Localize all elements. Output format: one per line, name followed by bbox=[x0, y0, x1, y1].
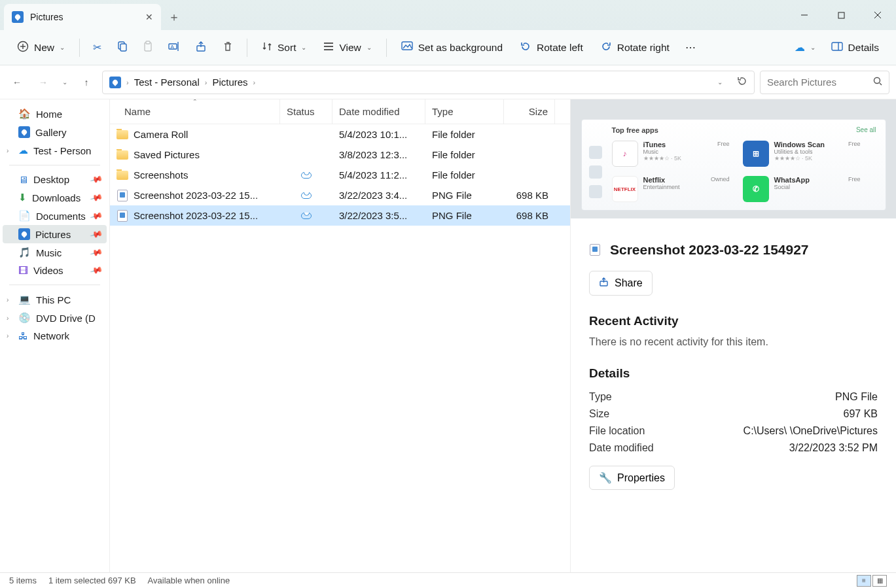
chevron-right-icon[interactable]: › bbox=[7, 332, 9, 339]
sidebar-item-network[interactable]: ›🖧Network bbox=[3, 327, 107, 345]
titlebar: Pictures ✕ ＋ bbox=[0, 0, 896, 30]
minimize-button[interactable] bbox=[786, 0, 823, 30]
file-date: 3/22/2023 3:5... bbox=[332, 210, 425, 221]
recent-activity-empty: There is no recent activity for this ite… bbox=[589, 336, 878, 348]
file-name: Screenshot 2023-03-22 15... bbox=[134, 190, 258, 201]
file-name: Saved Pictures bbox=[134, 149, 200, 160]
address-bar[interactable]: › Test - Personal › Pictures › ⌄ bbox=[102, 71, 755, 94]
location-icon bbox=[109, 77, 121, 88]
delete-button[interactable] bbox=[217, 37, 239, 59]
details-pane-button[interactable]: Details bbox=[825, 38, 886, 58]
gallery-icon bbox=[18, 126, 30, 138]
file-row[interactable]: Saved Pictures3/8/2023 12:3...File folde… bbox=[110, 145, 570, 165]
file-date: 3/22/2023 3:4... bbox=[332, 190, 425, 201]
refresh-button[interactable] bbox=[737, 76, 747, 88]
up-button[interactable]: ↑ bbox=[76, 72, 97, 93]
cut-button[interactable]: ✂ bbox=[88, 38, 107, 58]
column-type[interactable]: Type bbox=[425, 99, 504, 124]
copy-button[interactable] bbox=[111, 37, 133, 59]
sidebar-item-videos[interactable]: 🎞Videos📌 bbox=[3, 262, 107, 279]
column-size[interactable]: Size bbox=[504, 99, 555, 124]
column-status[interactable]: Status bbox=[280, 99, 332, 124]
rotate-left-icon bbox=[520, 41, 531, 55]
share-icon bbox=[196, 41, 207, 55]
rotate-right-label: Rotate right bbox=[617, 42, 670, 54]
sidebar-item-music[interactable]: 🎵Music📌 bbox=[3, 243, 107, 262]
sidebar-item-home[interactable]: 🏠Home bbox=[3, 105, 107, 123]
file-row[interactable]: Camera Roll5/4/2023 10:1...File folder bbox=[110, 124, 570, 145]
file-row[interactable]: Screenshots5/4/2023 11:2...File folder bbox=[110, 165, 570, 185]
video-icon: 🎞 bbox=[18, 265, 28, 276]
file-status bbox=[280, 172, 332, 179]
view-icons-toggle[interactable]: ▦ bbox=[872, 575, 887, 587]
sidebar-item-gallery[interactable]: Gallery bbox=[3, 123, 107, 141]
detail-row-location: File locationC:\Users\ \OneDrive\Picture… bbox=[589, 423, 878, 440]
sidebar-label: Gallery bbox=[35, 127, 67, 138]
new-button[interactable]: New ⌄ bbox=[10, 37, 71, 59]
svg-rect-8 bbox=[120, 44, 126, 51]
back-button[interactable]: ← bbox=[7, 72, 27, 93]
paste-button[interactable] bbox=[137, 37, 159, 59]
close-button[interactable] bbox=[859, 0, 896, 30]
status-item-count: 5 items bbox=[9, 576, 37, 585]
more-button[interactable]: ⋯ bbox=[680, 38, 701, 58]
divider bbox=[9, 285, 100, 285]
tab-close-icon[interactable]: ✕ bbox=[145, 12, 153, 22]
sidebar-item-dvd[interactable]: ›💿DVD Drive (D bbox=[3, 309, 107, 327]
pv: Utilities & tools bbox=[774, 148, 825, 155]
sidebar-label: This PC bbox=[36, 294, 71, 305]
status-bar: 5 items 1 item selected 697 KB Available… bbox=[0, 572, 896, 588]
sidebar-item-thispc[interactable]: ›💻This PC bbox=[3, 290, 107, 309]
recent-dropdown[interactable]: ⌄ bbox=[59, 72, 71, 93]
share-button[interactable]: Share bbox=[589, 271, 653, 296]
chevron-right-icon[interactable]: › bbox=[7, 296, 9, 303]
address-dropdown[interactable]: ⌄ bbox=[717, 78, 723, 86]
chevron-right-icon: › bbox=[126, 78, 129, 86]
chevron-right-icon[interactable]: › bbox=[7, 315, 9, 322]
v: 3/22/2023 3:52 PM bbox=[789, 442, 878, 454]
sidebar-label: Test - Person bbox=[33, 145, 91, 156]
share-button[interactable] bbox=[190, 37, 213, 59]
forward-button[interactable]: → bbox=[33, 72, 54, 93]
rotate-left-button[interactable]: Rotate left bbox=[513, 37, 590, 59]
search-box[interactable]: Search Pictures bbox=[760, 71, 889, 94]
pin-icon: 📌 bbox=[89, 228, 103, 241]
pv: Netflix bbox=[643, 176, 680, 184]
new-tab-button[interactable]: ＋ bbox=[161, 4, 187, 30]
sidebar-item-documents[interactable]: 📄Documents📌 bbox=[3, 207, 107, 225]
pv: ★★★★☆ · 5K bbox=[774, 155, 825, 162]
network-icon: 🖧 bbox=[18, 330, 28, 341]
rename-button[interactable]: A bbox=[163, 37, 187, 59]
v: 697 KB bbox=[844, 408, 878, 420]
view-button[interactable]: View ⌄ bbox=[317, 38, 378, 58]
file-type: File folder bbox=[425, 129, 504, 140]
properties-button[interactable]: 🔧 Properties bbox=[589, 466, 675, 490]
chevron-right-icon[interactable]: › bbox=[7, 147, 9, 154]
more-icon: ⋯ bbox=[685, 42, 696, 54]
file-row[interactable]: Screenshot 2023-03-22 15...3/22/2023 3:5… bbox=[110, 205, 570, 226]
sidebar-label: Pictures bbox=[35, 229, 71, 240]
file-name: Screenshots bbox=[134, 169, 188, 181]
column-name[interactable]: ⌃Name bbox=[110, 99, 280, 124]
set-background-button[interactable]: Set as background bbox=[395, 37, 509, 58]
view-label: View bbox=[339, 42, 361, 54]
sidebar-item-downloads[interactable]: ⬇Downloads📌 bbox=[3, 188, 107, 207]
rotate-right-button[interactable]: Rotate right bbox=[594, 37, 676, 59]
sidebar-item-desktop[interactable]: 🖥Desktop📌 bbox=[3, 171, 107, 188]
column-date[interactable]: Date modified bbox=[332, 99, 425, 124]
maximize-button[interactable] bbox=[823, 0, 859, 30]
share-icon bbox=[599, 277, 609, 290]
separator bbox=[247, 39, 247, 57]
svg-rect-19 bbox=[832, 43, 842, 50]
new-label: New bbox=[34, 42, 54, 54]
file-row[interactable]: Screenshot 2023-03-22 15...3/22/2023 3:4… bbox=[110, 185, 570, 205]
sidebar-item-pictures[interactable]: Pictures📌 bbox=[3, 225, 107, 243]
breadcrumb-current[interactable]: Pictures bbox=[212, 77, 247, 88]
breadcrumb-root[interactable]: Test - Personal bbox=[134, 77, 200, 88]
k: Size bbox=[589, 408, 609, 420]
view-details-toggle[interactable]: ≡ bbox=[857, 575, 871, 587]
sidebar-item-personal[interactable]: ›☁Test - Person bbox=[3, 141, 107, 160]
tab-pictures[interactable]: Pictures ✕ bbox=[4, 4, 161, 30]
sort-button[interactable]: Sort ⌄ bbox=[255, 37, 313, 58]
onedrive-button[interactable]: ☁⌄ bbox=[789, 38, 821, 58]
